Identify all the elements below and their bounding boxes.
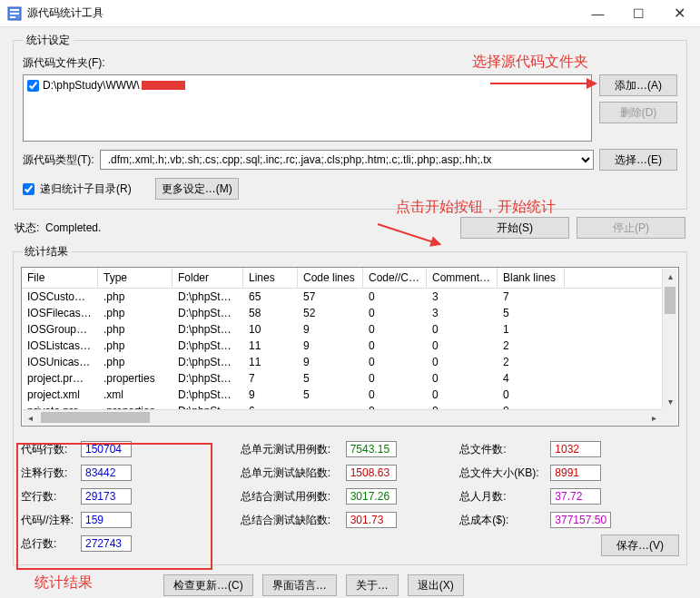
ui-lang-button[interactable]: 界面语言… — [262, 574, 337, 596]
blank-lines-label: 空行数: — [21, 489, 75, 505]
table-cell: 11 — [243, 338, 298, 354]
table-cell: 0 — [363, 354, 427, 370]
table-row[interactable]: IOSFilecast….phpD:\phpSt…5852035 — [22, 305, 678, 321]
table-cell: 9 — [243, 387, 298, 403]
total-size-value: 8991 — [550, 465, 601, 481]
recurse-checkbox[interactable] — [23, 183, 35, 195]
table-cell: D:\phpSt… — [173, 387, 243, 403]
col-codeco[interactable]: Code//Co… — [363, 268, 427, 288]
table-cell: .php — [98, 289, 173, 305]
total-lines-label: 总行数: — [21, 536, 75, 552]
table-cell: 57 — [298, 289, 363, 305]
table-cell: 1 — [498, 321, 565, 338]
table-cell: 10 — [243, 321, 298, 338]
stop-button[interactable]: 停止(P) — [577, 217, 685, 239]
table-cell: D:\phpSt… — [173, 338, 243, 354]
table-cell: .php — [98, 321, 173, 338]
total-cost-value: 377157.50 — [550, 512, 611, 528]
add-folder-button[interactable]: 添加…(A) — [599, 74, 677, 96]
folder-path: D:\phpStudy\WWW\ — [43, 79, 185, 92]
col-file[interactable]: File — [22, 268, 98, 288]
combo-cases-value: 3017.26 — [346, 488, 397, 505]
table-cell: project.xml — [22, 387, 98, 403]
scroll-down-icon[interactable]: ▾ — [663, 394, 678, 409]
table-cell: 0 — [363, 305, 427, 321]
start-button[interactable]: 开始(S) — [460, 217, 569, 239]
window-controls: — ☐ ✕ — [577, 0, 700, 27]
table-cell: .php — [98, 354, 173, 370]
more-settings-button[interactable]: 更多设定…(M) — [155, 178, 239, 200]
unit-cases-value: 7543.15 — [346, 441, 397, 457]
col-blank[interactable]: Blank lines — [498, 268, 565, 288]
type-select[interactable]: .dfm;.xml;.h;.vb;.sh;.cs;.cpp;.sql;.inc;… — [100, 150, 594, 170]
table-cell: 0 — [363, 370, 427, 387]
folder-checkbox[interactable] — [27, 80, 39, 92]
table-cell: 65 — [243, 289, 298, 305]
scroll-left-icon[interactable]: ◂ — [23, 410, 38, 426]
col-codelines[interactable]: Code lines — [298, 268, 363, 288]
table-row[interactable]: IOSCusto….phpD:\phpSt…6557037 — [22, 289, 678, 305]
table-row[interactable]: project.xml.xmlD:\phpSt…95000 — [22, 387, 678, 403]
table-cell: 3 — [427, 289, 498, 305]
table-cell: .php — [98, 338, 173, 354]
select-types-button[interactable]: 选择…(E) — [599, 149, 677, 171]
scroll-thumb-h[interactable] — [41, 412, 150, 423]
vertical-scrollbar[interactable]: ▴ ▾ — [662, 269, 677, 409]
scroll-corner — [662, 409, 677, 425]
about-button[interactable]: 关于… — [346, 574, 399, 596]
maximize-button[interactable]: ☐ — [618, 0, 659, 27]
table-cell: IOSListcast… — [22, 338, 98, 354]
close-button[interactable]: ✕ — [659, 0, 700, 27]
svg-rect-1 — [10, 9, 19, 11]
total-files-label: 总文件数: — [459, 442, 545, 457]
table-cell: IOSGroupc… — [22, 321, 98, 338]
table-cell: 0 — [427, 370, 498, 387]
table-cell: IOSUnicast… — [22, 354, 98, 370]
minimize-button[interactable]: — — [577, 0, 618, 27]
table-header: File Type Folder Lines Code lines Code//… — [22, 268, 678, 289]
delete-folder-button[interactable]: 删除(D) — [599, 102, 677, 123]
table-row[interactable]: IOSGroupc….phpD:\phpSt…109001 — [22, 321, 678, 338]
code-lines-label: 代码行数: — [21, 442, 75, 457]
col-comment[interactable]: Comment… — [427, 268, 498, 288]
unit-defects-label: 总单元测试缺陷数: — [241, 466, 340, 481]
code-lines-value: 150704 — [81, 441, 132, 457]
window-title: 源代码统计工具 — [27, 5, 577, 21]
table-cell: 7 — [243, 370, 298, 387]
col-lines[interactable]: Lines — [243, 268, 298, 288]
table-cell: 9 — [298, 321, 363, 338]
combo-defects-value: 301.73 — [346, 512, 397, 528]
folder-path-text: D:\phpStudy\WWW\ — [43, 79, 140, 92]
anno-result-label: 统计结果 — [35, 573, 93, 593]
scroll-right-icon[interactable]: ▸ — [646, 410, 662, 426]
combo-cases-label: 总结合测试用例数: — [241, 489, 340, 505]
table-cell: 2 — [498, 354, 565, 370]
folder-list[interactable]: D:\phpStudy\WWW\ — [23, 74, 592, 142]
table-cell: 58 — [243, 305, 298, 321]
exit-button[interactable]: 退出(X) — [408, 574, 464, 596]
col-type[interactable]: Type — [98, 268, 173, 288]
results-table[interactable]: File Type Folder Lines Code lines Code//… — [21, 267, 679, 426]
table-cell: D:\phpSt… — [173, 305, 243, 321]
table-cell: .php — [98, 305, 173, 321]
table-row[interactable]: IOSListcast….phpD:\phpSt…119002 — [22, 338, 678, 354]
scroll-up-icon[interactable]: ▴ — [663, 269, 678, 284]
table-cell: 0 — [498, 387, 565, 403]
check-update-button[interactable]: 检查更新…(C) — [163, 574, 253, 596]
results-group: 统计结果 File Type Folder Lines Code lines C… — [13, 244, 687, 565]
horizontal-scrollbar[interactable]: ◂ ▸ — [23, 409, 662, 425]
summary: 代码行数:150704 注释行数:83442 空行数:29173 代码//注释:… — [21, 437, 679, 557]
table-row[interactable]: IOSUnicast….phpD:\phpSt…119002 — [22, 354, 678, 370]
table-cell: 0 — [427, 321, 498, 338]
table-cell: 2 — [498, 338, 565, 354]
table-cell: 5 — [298, 370, 363, 387]
table-row[interactable]: project.pr….propertiesD:\phpSt…75004 — [22, 370, 678, 387]
scroll-thumb-v[interactable] — [665, 287, 675, 314]
table-cell: 0 — [427, 354, 498, 370]
save-button[interactable]: 保存…(V) — [601, 534, 679, 556]
code-comment-label: 代码//注释: — [21, 513, 75, 528]
folder-label: 源代码文件夹(F): — [23, 55, 677, 71]
folder-list-item[interactable]: D:\phpStudy\WWW\ — [27, 79, 587, 92]
col-folder[interactable]: Folder — [173, 268, 243, 288]
redacted-path — [142, 81, 185, 90]
